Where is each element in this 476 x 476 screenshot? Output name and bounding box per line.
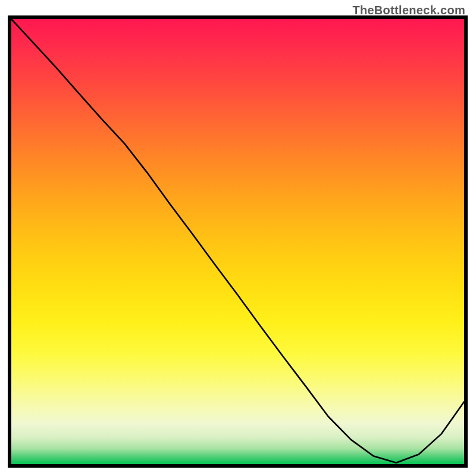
chart-container: TheBottleneck.com: [0, 0, 476, 476]
data-line: [11, 19, 464, 463]
plot-area: [8, 15, 468, 468]
line-curve: [11, 19, 464, 464]
